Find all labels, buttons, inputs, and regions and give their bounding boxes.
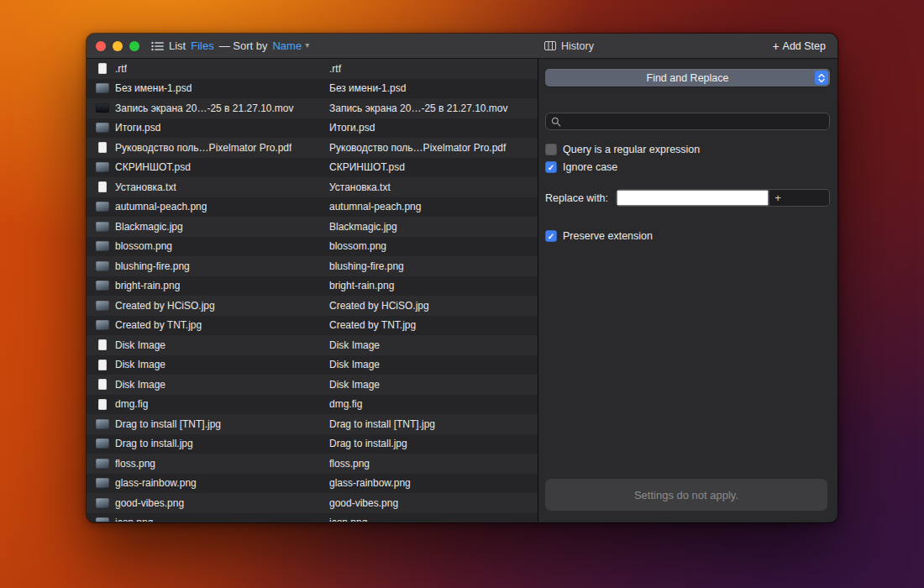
new-file-name: glass-rainbow.png: [329, 477, 411, 489]
original-file-name: bright-rain.png: [115, 280, 180, 291]
original-file-name: .rtf: [115, 63, 127, 75]
new-name-cell: Disk Image: [329, 359, 538, 370]
image-file-icon: [96, 319, 109, 331]
regex-checkbox[interactable]: [545, 144, 557, 155]
doc-file-icon: [96, 142, 109, 154]
preserve-extension-checkbox[interactable]: [545, 230, 557, 242]
new-name-cell: Created by HCiSO.jpg: [329, 300, 538, 312]
table-row[interactable]: floss.png floss.png: [87, 454, 538, 474]
new-file-name: Disk Image: [329, 339, 380, 351]
original-name-cell: bright-rain.png: [87, 280, 329, 291]
original-file-name: floss.png: [115, 458, 155, 470]
new-file-name: Created by HCiSO.jpg: [329, 300, 429, 312]
table-row[interactable]: bright-rain.png bright-rain.png: [87, 276, 538, 297]
title-word-list: List: [169, 39, 186, 52]
title-link-files[interactable]: Files: [191, 39, 213, 52]
original-file-name: Blackmagic.jpg: [115, 221, 183, 233]
table-row[interactable]: Created by HCiSO.jpg Created by HCiSO.jp…: [87, 296, 538, 316]
original-file-name: Итоги.psd: [115, 122, 160, 134]
table-row[interactable]: Без имени-1.psd Без имени-1.psd: [87, 79, 538, 99]
original-file-name: Запись экрана 20…-25 в 21.27.10.mov: [115, 102, 294, 114]
add-replacement-button[interactable]: +: [769, 190, 786, 206]
original-name-cell: Без имени-1.psd: [87, 82, 329, 94]
original-name-cell: Drag to install [TNT].jpg: [87, 418, 329, 430]
table-row[interactable]: icon.png icon.png: [87, 513, 538, 522]
table-row[interactable]: Drag to install [TNT].jpg Drag to instal…: [87, 414, 538, 434]
new-file-name: Blackmagic.jpg: [329, 221, 397, 233]
table-row[interactable]: Итоги.psd Итоги.psd: [87, 118, 538, 139]
image-file-icon: [96, 161, 109, 173]
minimize-button[interactable]: [113, 41, 123, 51]
new-name-cell: icon.png: [329, 517, 538, 522]
original-file-name: Disk Image: [115, 359, 165, 370]
new-file-name: СКРИНШОТ.psd: [329, 161, 405, 173]
chevron-down-icon[interactable]: ▾: [305, 40, 309, 50]
original-name-cell: good-vibes.png: [87, 497, 329, 509]
original-name-cell: blossom.png: [87, 240, 329, 252]
table-row[interactable]: autumnal-peach.png autumnal-peach.png: [87, 197, 538, 218]
table-row[interactable]: blossom.png blossom.png: [87, 237, 538, 257]
search-input[interactable]: [561, 116, 829, 128]
settings-note-text: Settings do not apply.: [634, 489, 738, 501]
preserve-extension-label: Preserve extension: [563, 230, 653, 242]
table-row[interactable]: Disk Image Disk Image: [87, 355, 538, 375]
new-file-name: Drag to install.jpg: [329, 438, 407, 449]
new-file-name: Руководство поль…Pixelmator Pro.pdf: [329, 142, 506, 154]
add-step-button[interactable]: + Add Step: [772, 40, 826, 52]
ignore-case-checkbox[interactable]: [545, 161, 557, 173]
table-row[interactable]: dmg.fig dmg.fig: [87, 395, 538, 415]
image-file-icon: [96, 201, 109, 213]
new-name-cell: Запись экрана 20…-25 в 21.27.10.mov: [329, 102, 538, 114]
table-row[interactable]: Установка.txt Установка.txt: [87, 177, 538, 197]
image-file-icon: [96, 497, 109, 509]
close-button[interactable]: [96, 41, 106, 51]
regex-label: Query is a regular expression: [563, 144, 700, 155]
chevron-up-down-icon: [815, 71, 828, 85]
table-row[interactable]: Disk Image Disk Image: [87, 375, 538, 395]
new-file-name: Итоги.psd: [329, 122, 375, 134]
new-name-cell: bright-rain.png: [329, 280, 538, 291]
original-name-cell: Drag to install.jpg: [87, 438, 329, 449]
table-row[interactable]: .rtf .rtf: [87, 59, 538, 79]
original-name-cell: Установка.txt: [87, 181, 329, 193]
table-row[interactable]: Created by TNT.jpg Created by TNT.jpg: [87, 316, 538, 336]
new-file-name: .rtf: [329, 63, 341, 75]
original-name-cell: Disk Image: [87, 339, 329, 351]
table-row[interactable]: Запись экрана 20…-25 в 21.27.10.mov Запи…: [87, 98, 538, 118]
original-name-cell: dmg.fig: [87, 398, 329, 410]
table-row[interactable]: Blackmagic.jpg Blackmagic.jpg: [87, 217, 538, 237]
table-row[interactable]: Drag to install.jpg Drag to install.jpg: [87, 434, 538, 454]
table-row[interactable]: Руководство поль…Pixelmator Pro.pdf Руко…: [87, 138, 538, 158]
new-name-cell: Установка.txt: [329, 181, 538, 193]
replace-field-group: +: [616, 189, 830, 207]
table-row[interactable]: СКРИНШОТ.psd СКРИНШОТ.psd: [87, 158, 538, 178]
title-link-sort-name[interactable]: Name: [272, 39, 302, 52]
image-file-icon: [96, 438, 109, 449]
search-icon: [551, 117, 561, 127]
original-name-cell: autumnal-peach.png: [87, 201, 329, 213]
original-file-name: icon.png: [115, 517, 153, 522]
table-row[interactable]: glass-rainbow.png glass-rainbow.png: [87, 474, 538, 494]
zoom-button[interactable]: [129, 41, 139, 51]
table-row[interactable]: Disk Image Disk Image: [87, 335, 538, 355]
original-name-cell: Руководство поль…Pixelmator Pro.pdf: [87, 142, 329, 154]
replace-input[interactable]: [617, 190, 769, 206]
image-file-icon: [96, 240, 109, 252]
action-select[interactable]: Find and Replace: [545, 69, 830, 87]
table-row[interactable]: good-vibes.png good-vibes.png: [87, 493, 538, 513]
movie-file-icon: [96, 102, 109, 114]
new-name-cell: autumnal-peach.png: [329, 201, 538, 213]
new-name-cell: blushing-fire.png: [329, 260, 538, 272]
original-file-name: Disk Image: [115, 379, 165, 391]
new-file-name: autumnal-peach.png: [329, 201, 421, 213]
history-button[interactable]: History: [544, 40, 594, 52]
new-name-cell: СКРИНШОТ.psd: [329, 161, 538, 173]
new-name-cell: blossom.png: [329, 240, 538, 252]
replace-with-label: Replace with:: [545, 192, 608, 204]
new-file-name: Без имени-1.psd: [329, 82, 406, 94]
window-controls: [96, 41, 139, 51]
search-field: [545, 113, 830, 130]
table-row[interactable]: blushing-fire.png blushing-fire.png: [87, 256, 538, 276]
original-name-cell: .rtf: [87, 63, 329, 75]
original-file-name: Created by TNT.jpg: [115, 319, 202, 331]
